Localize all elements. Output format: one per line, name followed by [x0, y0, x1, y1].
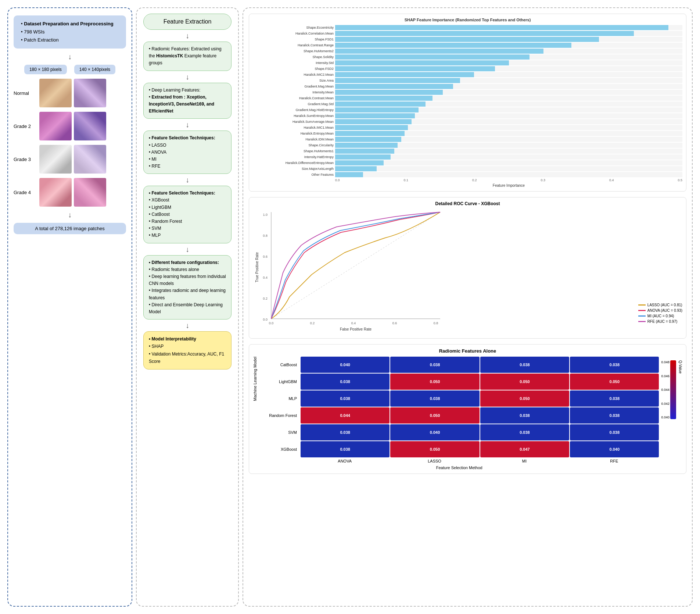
- radiomic-text: • Radiomic Features: Extracted using the…: [149, 46, 226, 67]
- hm-cell: 0.038: [570, 424, 659, 440]
- shap-feature-label: Shape.FSD2: [253, 67, 334, 71]
- shap-bar: [335, 43, 571, 48]
- grade-images-3: [39, 145, 106, 174]
- shap-feature-label: Intensity.Std: [253, 61, 334, 65]
- arrow-m3: ↓: [186, 121, 189, 128]
- shap-row: Shape.HuMoments1: [253, 149, 682, 154]
- feature-config-box: • Different feature configurations: • Ra…: [143, 255, 231, 320]
- colorbar-tick-label: 0.048: [661, 360, 670, 364]
- roc-legend: LASSO (AUC = 0.81)ANOVA (AUC = 0.93)MI (…: [638, 208, 682, 335]
- hm-cell: 0.038: [390, 357, 479, 373]
- shap-bar: [335, 119, 412, 124]
- legend-label: LASSO (AUC = 0.81): [647, 303, 682, 307]
- colorbar-tick-label: 0.042: [661, 402, 670, 406]
- shap-feature-label: Haralick.SumAverage.Mean: [253, 120, 334, 124]
- shap-bar: [335, 101, 426, 107]
- shap-feature-label: Gradient.Mag.HistEntropy: [253, 108, 334, 112]
- legend-item: LASSO (AUC = 0.81): [638, 303, 682, 307]
- legend-item: RFE (AUC = 0.97): [638, 320, 682, 324]
- shap-bar-container: [335, 54, 682, 60]
- shap-bar-container: [335, 137, 682, 142]
- grade-label-3: Grade 3: [14, 157, 36, 162]
- interpretability-box: • Model Interpretability • SHAP • Valida…: [143, 331, 231, 370]
- hm-cell: 0.050: [390, 407, 479, 424]
- hm-cell: 0.038: [570, 390, 659, 407]
- shap-bar-container: [335, 43, 682, 48]
- tissue-grade4-1: [39, 178, 72, 207]
- arrow-2: ↓: [68, 211, 72, 218]
- shap-row: Haralick.Entropy.Mean: [253, 131, 682, 136]
- hm-cell: 0.038: [301, 374, 390, 390]
- shap-bar: [335, 31, 634, 36]
- shap-bar: [335, 60, 509, 65]
- shap-feature-label: Haralick.Contrast.Range: [253, 43, 334, 47]
- shap-row: Haralick.IDM.Mean: [253, 137, 682, 142]
- hm-row-label: MLP: [259, 390, 300, 407]
- colorbar-tick-label: 0.046: [661, 374, 670, 378]
- svg-line-2: [271, 212, 440, 319]
- legend-label: ANOVA (AUC = 0.93): [647, 308, 682, 313]
- svg-text:0.4: 0.4: [351, 321, 356, 325]
- svg-text:0.6: 0.6: [392, 321, 397, 325]
- shap-row: Shape.Circularity: [253, 143, 682, 148]
- hm-cell: 0.038: [570, 407, 659, 424]
- grade-label-normal: Normal: [14, 90, 36, 96]
- hm-row-label: CatBoost: [259, 357, 300, 373]
- arrow-m4: ↓: [186, 176, 189, 183]
- shap-bar: [335, 154, 391, 160]
- pixel-row: 180 × 180 pixels 140 × 140pixels: [14, 65, 126, 74]
- interp-title: • Model Interpretability: [149, 335, 226, 343]
- legend-color-line: [638, 321, 646, 322]
- shap-bar: [335, 84, 453, 89]
- feature-sel1-box: • Feature Selection Techniques: • LASSO …: [143, 131, 231, 174]
- shap-row: Shape.HuMoments2: [253, 49, 682, 54]
- radiomic-box: • Radiomic Features: Extracted using the…: [143, 42, 231, 71]
- shap-bar: [335, 125, 408, 130]
- heatmap-colorbar: 0.0480.0460.0440.0420.040 Q-Value: [661, 357, 682, 419]
- shap-row: Shape.FSD1: [253, 37, 682, 42]
- fs2-title: • Feature Selection Techniques:: [149, 190, 226, 197]
- colorbar-title: Q-Value: [677, 360, 682, 374]
- shap-row: Haralick.Contrast.Mean: [253, 96, 682, 101]
- pixel-180: 180 × 180 pixels: [24, 65, 67, 74]
- heatmap-ylabel: Machine Learning Model: [253, 357, 257, 408]
- shap-bar-container: [335, 37, 682, 42]
- fs2-xgb: • XGBoost: [149, 197, 226, 204]
- grade-row-3: Grade 3: [14, 145, 126, 174]
- arrow-1: ↓: [68, 53, 72, 60]
- roc-svg: 0.0 0.2 0.4 0.6 0.8 1.0 0.0 0.2 0.4 0.6 …: [253, 208, 635, 335]
- shap-feature-label: Haralick.Entropy.Mean: [253, 132, 334, 135]
- shap-bar-container: [335, 101, 682, 107]
- fs2-rf: • Random Forest: [149, 218, 226, 225]
- shap-feature-label: Size.MajorAxisLength: [253, 167, 334, 171]
- roc-title: Detailed ROC Curve - XGBoost: [253, 201, 682, 206]
- interp-metrics: • Validation Metrics:Accuracy, AUC, F1 S…: [149, 350, 226, 365]
- roc-container: Detailed ROC Curve - XGBoost 0.0 0.2 0.4…: [249, 197, 686, 339]
- shap-bar-container: [335, 154, 682, 160]
- shap-row: Haralick.IMC1.Mean: [253, 125, 682, 130]
- feature-sel2-box: • Feature Selection Techniques: • XGBoos…: [143, 186, 231, 243]
- shap-row: Shape.FSD2: [253, 66, 682, 71]
- arrow-m6: ↓: [186, 322, 189, 329]
- grade-images-normal: [39, 79, 106, 107]
- shap-feature-label: Haralick.SumEntropy.Mean: [253, 114, 334, 118]
- shap-bar-container: [335, 113, 682, 118]
- shap-bar-container: [335, 119, 682, 124]
- shap-bar: [335, 160, 384, 165]
- shap-bar-container: [335, 149, 682, 154]
- shap-container: SHAP Feature Importance (Randomized Top …: [249, 14, 686, 192]
- shap-feature-label: Shape.Solidity: [253, 55, 334, 59]
- shap-feature-label: Other Features: [253, 173, 334, 176]
- shap-row: Intensity.Mean: [253, 90, 682, 95]
- hm-cell: 0.038: [301, 424, 390, 440]
- tissue-normal-1: [39, 79, 72, 107]
- heatmap-grid-area: CatBoost0.0400.0380.0380.038LightGBM0.03…: [259, 357, 659, 470]
- shap-bar: [335, 149, 394, 154]
- svg-text:0.4: 0.4: [263, 276, 268, 279]
- svg-text:False Positive Rate: False Positive Rate: [340, 327, 372, 331]
- fc-title: • Different feature configurations:: [149, 259, 226, 266]
- heatmap-container: Radiomic Features Alone Machine Learning…: [249, 344, 686, 474]
- shap-xlabel: Feature Importance: [335, 183, 682, 188]
- shap-bar: [335, 96, 432, 101]
- svg-text:0.2: 0.2: [310, 321, 315, 325]
